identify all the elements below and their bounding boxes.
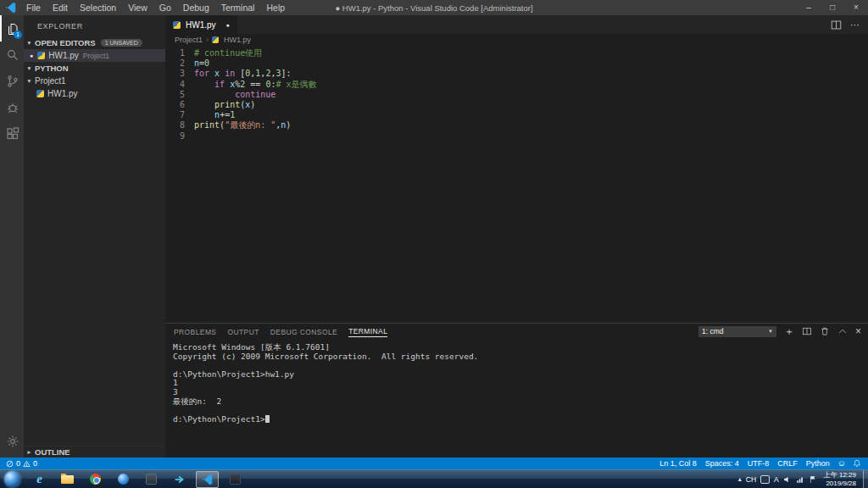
activity-bar: 1 <box>0 15 24 458</box>
workspace-header[interactable]: ▾ PYTHON <box>24 62 165 75</box>
terminal-line: 最後的n: 2 <box>173 397 868 407</box>
kill-terminal-icon[interactable] <box>820 326 830 336</box>
status-encoding[interactable]: UTF-8 <box>743 459 774 468</box>
source-control-icon[interactable] <box>0 68 24 94</box>
feedback-icon[interactable]: ☺ <box>834 458 849 469</box>
panel: PROBLEMSOUTPUTDEBUG CONSOLETERMINAL 1: c… <box>165 323 868 458</box>
line-number: 3 <box>165 69 194 79</box>
panel-tab-problems[interactable]: PROBLEMS <box>174 326 216 337</box>
problems-indicator[interactable]: 0 0 <box>0 459 37 468</box>
ime-language-indicator[interactable]: CH <box>746 475 756 484</box>
code-line: 4 if x%2 == 0:# x是偶數 <box>165 80 868 90</box>
sidebar: EXPLORER ▾ OPEN EDITORS 1 UNSAVED ● HW1.… <box>24 15 165 458</box>
terminal-select[interactable]: 1: cmd ▼ <box>698 326 776 337</box>
terminal-line: 1 <box>173 379 868 388</box>
menu-selection[interactable]: Selection <box>74 0 122 15</box>
folder-project1[interactable]: ▾ Project1 <box>24 75 165 87</box>
menubar: FileEditSelectionViewGoDebugTerminalHelp <box>20 0 291 15</box>
editor-area: HW1.py ● ⋯ Project1 › HW1.py 1# continue… <box>165 15 868 458</box>
chrome-icon[interactable] <box>84 471 107 488</box>
menu-debug[interactable]: Debug <box>177 0 215 15</box>
arrow-app-icon[interactable] <box>168 471 191 488</box>
maximize-button[interactable]: □ <box>821 0 844 15</box>
window-title: ● HW1.py - Python - Visual Studio Code [… <box>335 3 532 13</box>
vscode-logo-icon <box>5 2 17 14</box>
status-indentation[interactable]: Spaces: 4 <box>701 459 743 468</box>
clock[interactable]: 上午 12:29 2019/9/28 <box>824 471 856 487</box>
show-desktop-button[interactable] <box>863 470 868 488</box>
split-terminal-icon[interactable] <box>802 326 812 336</box>
search-icon[interactable] <box>0 42 24 68</box>
notifications-bell-icon[interactable] <box>849 459 865 468</box>
system-tray: ▴ CH A 上午 12:29 2019/9/28 <box>738 470 868 488</box>
chevron-down-icon: ▾ <box>24 77 35 85</box>
maximize-panel-icon[interactable] <box>837 326 848 336</box>
debug-icon[interactable] <box>0 94 24 120</box>
network-icon[interactable] <box>796 475 804 484</box>
code-line: 5 continue <box>165 90 868 100</box>
new-terminal-icon[interactable]: ＋ <box>784 326 794 336</box>
chevron-down-icon: ▼ <box>768 329 773 334</box>
status-cursor-position[interactable]: Ln 1, Col 8 <box>655 459 701 468</box>
terminal-line: d:\Python\Project1>hw1.py <box>173 370 868 380</box>
menu-edit[interactable]: Edit <box>47 0 74 15</box>
menu-file[interactable]: File <box>20 0 47 15</box>
close-panel-icon[interactable]: × <box>855 326 861 336</box>
code-text: n+=1 <box>194 110 235 120</box>
explorer-icon[interactable]: 1 <box>0 15 24 42</box>
clock-time: 上午 12:29 <box>824 471 856 480</box>
ie-icon[interactable]: e <box>28 471 51 488</box>
close-button[interactable]: × <box>844 0 868 15</box>
breadcrumb-folder[interactable]: Project1 <box>175 36 203 44</box>
settings-icon[interactable] <box>0 428 24 454</box>
breadcrumb: Project1 › HW1.py <box>165 34 868 45</box>
tab-modified-dot-icon[interactable]: ● <box>226 22 230 28</box>
breadcrumb-file[interactable]: HW1.py <box>224 36 251 44</box>
keyboard-layout-icon[interactable] <box>760 475 770 484</box>
split-editor-icon[interactable] <box>831 19 842 30</box>
status-eol[interactable]: CRLF <box>773 459 802 468</box>
activity-bar-top: 1 <box>0 15 24 147</box>
panel-tab-output[interactable]: OUTPUT <box>227 326 259 337</box>
open-editor-item-hw1[interactable]: ● HW1.py Project1 <box>24 49 165 62</box>
chevron-down-icon: ▾ <box>24 64 35 72</box>
action-center-flag-icon[interactable] <box>809 475 817 484</box>
ime-mode-indicator[interactable]: A <box>774 475 779 484</box>
terminal-line <box>173 406 868 415</box>
tab-hw1[interactable]: HW1.py ● <box>165 15 237 34</box>
code-line: 9 <box>165 131 868 141</box>
line-number: 5 <box>165 90 194 100</box>
media-app-icon[interactable] <box>112 471 135 488</box>
python-file-icon <box>36 90 44 97</box>
menu-go[interactable]: Go <box>153 0 177 15</box>
warning-icon <box>23 460 31 468</box>
file-explorer-icon[interactable] <box>56 471 79 488</box>
status-language-mode[interactable]: Python <box>802 459 834 468</box>
line-number: 2 <box>165 58 194 69</box>
code-area[interactable]: 1# continue使用2n=03for x in [0,1,2,3]:4 i… <box>165 45 868 323</box>
volume-icon[interactable] <box>783 475 792 484</box>
vscode-icon[interactable] <box>196 471 219 488</box>
start-button[interactable] <box>4 471 20 487</box>
more-actions-icon[interactable]: ⋯ <box>850 19 860 30</box>
hidden-icons-chevron-icon[interactable]: ▴ <box>738 475 742 483</box>
file-name: HW1.py <box>47 89 78 98</box>
minimize-button[interactable]: – <box>797 0 821 15</box>
file-hw1[interactable]: HW1.py <box>24 87 165 100</box>
tab-label: HW1.py <box>186 20 216 30</box>
chevron-right-icon: › <box>206 36 209 44</box>
menu-terminal[interactable]: Terminal <box>215 0 261 15</box>
terminal-output[interactable]: Microsoft Windows [版本 6.1.7601]Copyright… <box>165 339 868 458</box>
menu-view[interactable]: View <box>122 0 153 15</box>
modified-dot-icon[interactable]: ● <box>30 53 33 58</box>
code-line: 6 print(x) <box>165 100 868 110</box>
menu-help[interactable]: Help <box>260 0 291 15</box>
app-icon-2[interactable] <box>224 471 247 488</box>
panel-tab-terminal[interactable]: TERMINAL <box>348 325 387 337</box>
extensions-icon[interactable] <box>0 120 24 147</box>
outline-header[interactable]: ▸ OUTLINE <box>24 446 165 458</box>
app-icon-1[interactable] <box>140 471 163 488</box>
panel-tab-debug-console[interactable]: DEBUG CONSOLE <box>270 326 337 337</box>
panel-header: PROBLEMSOUTPUTDEBUG CONSOLETERMINAL 1: c… <box>165 324 868 339</box>
open-editors-header[interactable]: ▾ OPEN EDITORS 1 UNSAVED <box>24 36 165 49</box>
